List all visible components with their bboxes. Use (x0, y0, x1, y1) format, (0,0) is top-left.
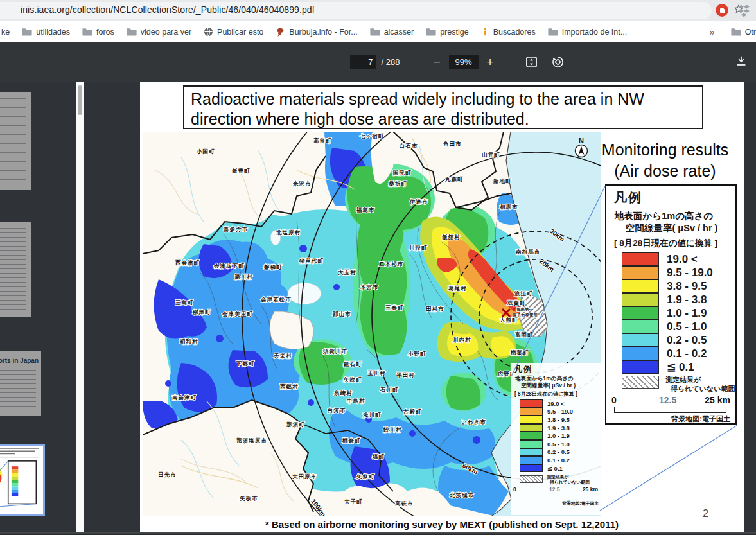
url-text[interactable]: inis.iaea.org/collection/NCLCollectionSt… (21, 4, 315, 15)
bookmark-item[interactable]: video para ver (127, 28, 191, 37)
legend-nodata-label2: 得られていない範囲 (671, 384, 735, 394)
legend-subtitle3: [ 8月28日現在の値に換算 ] (514, 390, 577, 398)
map-place-label: 日光市 (158, 471, 177, 478)
thumbnail-text-lines (0, 370, 36, 410)
legend-nodata-label2: 得られていない範囲 (550, 479, 590, 486)
other-bookmarks-folder[interactable]: Otr (731, 28, 756, 37)
legend-swatch (622, 266, 659, 279)
folder-icon (426, 28, 436, 36)
map-place-label: いわき市 (461, 419, 486, 425)
legend-row: 0.1 - 0.2 (622, 347, 713, 360)
bookmarks-overflow-chevron[interactable]: » (709, 26, 714, 37)
download-button[interactable] (734, 54, 748, 71)
bookmark-label: Burbuja.info - For... (289, 28, 357, 37)
legend-range-label: 19.0 < (547, 400, 565, 407)
zoom-out-button[interactable]: − (427, 55, 446, 69)
bookmark-item[interactable]: alcasser (370, 28, 414, 37)
bookmark-label: Otr (745, 28, 756, 37)
map-place-label: 南相馬市 (516, 249, 540, 255)
scale-bar (614, 407, 726, 413)
map-place-label: 飯豊町 (231, 168, 251, 174)
map-place-label: 楢葉町 (510, 349, 529, 356)
map-place-label: 鮫川村 (383, 426, 402, 433)
map-place-label: 会津坂下町 (213, 263, 245, 269)
legend-range-label: 1.9 - 3.8 (547, 425, 570, 432)
legend-title: 凡例 (614, 189, 642, 206)
slide-title-line2: direction where high dose areas are dist… (191, 109, 702, 129)
map-place-label: 三島町 (175, 299, 194, 306)
bookmark-item[interactable]: Buscadores (481, 28, 536, 37)
bookmark-item[interactable]: utilidades (22, 28, 70, 37)
legend-row: ≦ 0.1 (520, 464, 573, 473)
folder-icon (731, 28, 741, 36)
page-thumbnail[interactable] (0, 92, 31, 190)
zoom-level-input[interactable]: 99% (449, 55, 479, 69)
bookmark-item[interactable]: foros (82, 28, 114, 37)
legend-swatch (622, 360, 659, 374)
map-place-label: 小野町 (407, 351, 426, 357)
legend-subtitle2: 空間線量率( μSv / hr ) (521, 382, 576, 390)
map-place-label: 矢祭町 (356, 473, 375, 480)
legend-swatch (520, 448, 543, 457)
map-place-label: 白石市 (400, 143, 418, 149)
legend-swatch (520, 424, 543, 432)
legend-range-label: 0.2 - 0.5 (667, 334, 707, 347)
bookmark-item[interactable]: Burbuja.info - For... (276, 27, 357, 37)
page-thumbnail-selected[interactable] (0, 444, 45, 516)
folder-icon (22, 28, 32, 36)
map-place-label: 七ヶ宿町 (359, 133, 385, 139)
map-place-label: 葛尾村 (448, 285, 467, 292)
bookmark-label: Importado de Int... (562, 28, 627, 37)
fit-to-page-button[interactable] (525, 55, 538, 69)
map-place-label: 矢吹町 (343, 376, 362, 383)
folder-icon (548, 28, 558, 36)
bookmarks-divider (723, 26, 723, 38)
pdf-toolbar-controls: 7 / 288 − 99% + (350, 42, 571, 82)
legend-row: 19.0 < (622, 252, 713, 266)
page-thumbnail[interactable] (0, 222, 31, 317)
dropbox-extension-icon[interactable] (737, 4, 751, 17)
map-place-label: 平田村 (396, 372, 415, 378)
legend-swatch (622, 333, 659, 347)
scale-end: 25 km (705, 395, 730, 405)
scale-zero: 0 (611, 395, 617, 405)
map-place-label: 西郷村 (280, 383, 299, 390)
scale-end: 25 km (583, 486, 598, 493)
legend-range-label: ≦ 0.1 (667, 360, 694, 374)
legend-swatch (520, 432, 543, 440)
legend-range-label: ≦ 0.1 (547, 465, 563, 472)
bookmark-label: utilidades (36, 28, 70, 37)
legend-row: 1.0 - 1.9 (520, 432, 573, 440)
page-total-label: / 288 (382, 57, 400, 67)
sidebar-scrollbar-thumb[interactable] (78, 85, 82, 115)
map-place-label: 湯川村 (234, 274, 253, 280)
slide-title-box: Radioactive materials spread widely incl… (183, 85, 703, 129)
legend-subtitle1: 地表面から1mの高さの (615, 210, 713, 222)
bookmark-item[interactable]: ke (1, 28, 10, 37)
map-place-label: 北茨城市 (449, 492, 474, 498)
adblock-extension-icon[interactable] (715, 3, 729, 17)
legend-range-label: 1.9 - 3.8 (667, 294, 707, 306)
bookmark-item[interactable]: prestige (426, 28, 468, 37)
legend-nodata-swatch (622, 376, 659, 389)
page-number-input[interactable]: 7 (350, 55, 376, 69)
rotate-button[interactable] (551, 55, 565, 69)
thumbnail-title-text: orts in Japan (0, 357, 39, 364)
heading-line1: Monitoring results (583, 139, 747, 161)
page-thumbnail[interactable]: orts in Japan (0, 351, 41, 416)
bookmark-item[interactable]: Publicar esto (204, 27, 263, 37)
pdf-viewer-content: orts in Japan (0, 82, 756, 535)
map-place-label: 中島村 (347, 398, 365, 404)
bookmark-item[interactable]: Importado de Int... (548, 28, 627, 37)
legend-subtitle3: [ 8月28日現在の値に換算 ] (614, 238, 717, 249)
thumbnail-text-lines (0, 98, 26, 184)
scale-zero: 0 (513, 486, 516, 493)
sidebar-scrollbar[interactable] (76, 82, 84, 535)
bookmark-label: alcasser (384, 28, 414, 37)
bookmark-label: Buscadores (493, 28, 536, 37)
map-place-label: 玉川村 (367, 370, 386, 376)
zoom-in-button[interactable]: + (481, 55, 500, 69)
map-place-label: 柳津町 (192, 309, 211, 315)
map-place-label: 鏡石町 (343, 361, 362, 367)
map-place-label: 二本松市 (379, 261, 403, 267)
